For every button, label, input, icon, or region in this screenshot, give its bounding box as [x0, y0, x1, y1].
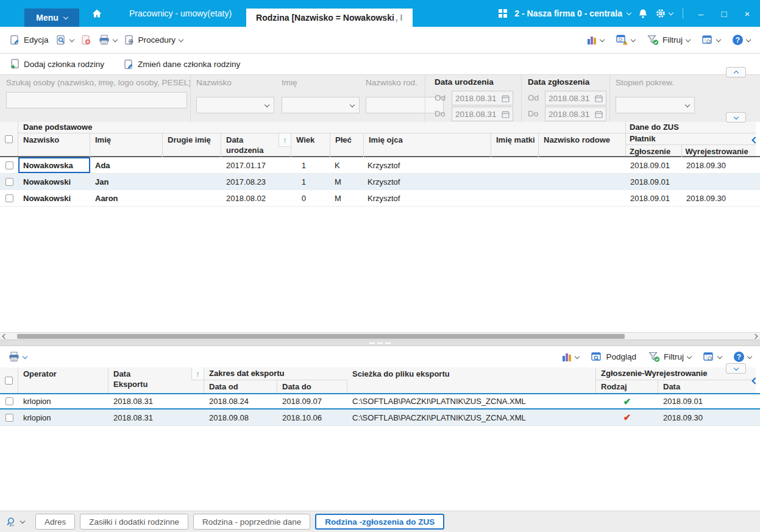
company-selector[interactable]: 2 - Nasza firma 0 - centrala: [514, 9, 631, 18]
apps-grid-icon[interactable]: [499, 9, 507, 18]
column-header-firstname[interactable]: Imię: [90, 133, 163, 157]
column-header-sex[interactable]: Płeć: [330, 133, 364, 157]
funnel-check-icon: [647, 35, 659, 45]
scrollbar-thumb[interactable]: [17, 334, 625, 339]
window-gear-icon: [702, 35, 713, 45]
notifications-bell-icon[interactable]: [638, 9, 648, 19]
table-row[interactable]: Nowakowski Jan 2017.08.23 1 M Krzysztof …: [0, 174, 760, 190]
column-header-date-to[interactable]: Data do: [277, 380, 347, 393]
chart-button[interactable]: [583, 33, 608, 48]
pane-splitter[interactable]: [0, 339, 760, 346]
minimize-button[interactable]: –: [693, 9, 709, 19]
select-all-checkbox[interactable]: [5, 377, 13, 385]
column-header-maiden[interactable]: Nazwisko rodowe: [539, 133, 625, 157]
horizontal-scrollbar[interactable]: [0, 332, 760, 339]
tab-family-previous-data[interactable]: Rodzina - poprzednie dane: [193, 514, 310, 530]
cell-surname[interactable]: Nowakowska: [18, 157, 90, 173]
collapse-export-pane-button[interactable]: [726, 363, 746, 374]
report-to-date-field[interactable]: 2018.08.31: [545, 107, 606, 121]
column-header-middlename[interactable]: Drugie imię: [163, 133, 221, 157]
tab-employees[interactable]: Pracownicy - umowy(etaty): [115, 0, 246, 27]
column-header-operator[interactable]: Operator: [18, 367, 108, 393]
column-header-birthdate[interactable]: Data urodzenia ↑: [221, 133, 291, 157]
table-row[interactable]: Nowakowska Ada 2017.01.17 1 K Krzysztof …: [0, 157, 760, 174]
sort-ascending-button[interactable]: ↑: [191, 367, 204, 380]
tab-family-zus-registrations[interactable]: Rodzina -zgłoszenia do ZUS: [315, 514, 444, 530]
collapse-filter-up-button[interactable]: [726, 67, 746, 77]
cell-kind: ✔: [596, 394, 658, 408]
row-checkbox[interactable]: [5, 161, 13, 169]
column-header-date[interactable]: Data: [658, 380, 756, 393]
edit-button[interactable]: Edycja: [6, 32, 52, 48]
locate-button[interactable]: [5, 516, 26, 528]
sort-ascending-button[interactable]: ↑: [279, 133, 291, 147]
window-settings-warning-button[interactable]: [613, 32, 639, 48]
magnifier-grid-icon: [6, 517, 17, 527]
kinship-filter-select[interactable]: [616, 97, 695, 113]
chevron-down-icon: [747, 353, 752, 358]
row-checkbox[interactable]: [5, 194, 13, 202]
table-row[interactable]: Nowakowski Aaron 2018.08.02 0 M Krzyszto…: [0, 190, 760, 207]
birth-to-label: Do: [435, 109, 445, 118]
table-row[interactable]: krlopion 2018.08.31 2018.08.24 2018.09.0…: [0, 393, 760, 410]
scrollbar-right-arrow[interactable]: [753, 334, 758, 339]
chevron-down-icon: [669, 10, 673, 15]
column-header-father[interactable]: Imię ojca: [364, 133, 491, 157]
title-bar: Menu Pracownicy - umowy(etaty) Rodzina […: [0, 0, 760, 27]
settings-button[interactable]: [655, 8, 673, 19]
export-print-button[interactable]: [5, 349, 30, 364]
scroll-left-panel-button[interactable]: [753, 376, 758, 385]
export-grid-settings-button[interactable]: [700, 350, 725, 364]
birth-from-date-field[interactable]: 2018.08.31: [452, 91, 513, 105]
row-checkbox[interactable]: [5, 178, 13, 186]
filter-button[interactable]: Filtruj: [644, 32, 694, 48]
menu-button[interactable]: Menu: [24, 9, 79, 27]
tab-address[interactable]: Adres: [35, 514, 75, 530]
grid-settings-button[interactable]: [698, 33, 724, 48]
row-checkbox[interactable]: [5, 397, 13, 405]
edit-family-member-button[interactable]: Zmień dane członka rodziny: [120, 57, 244, 72]
delete-document-button[interactable]: [77, 32, 95, 48]
firstname-filter-select[interactable]: [282, 97, 360, 113]
tab-benefits[interactable]: Zasiłki i dodatki rodzinne: [80, 514, 188, 530]
surname-filter-select[interactable]: [196, 97, 274, 113]
cell-operator: krlopion: [18, 410, 108, 425]
column-header-deregistration[interactable]: Wyrejestrowanie: [682, 145, 756, 157]
select-all-checkbox[interactable]: [5, 135, 13, 143]
collapse-filter-down-button[interactable]: [726, 112, 746, 122]
table-row[interactable]: krlopion 2018.08.31 2018.09.08 2018.10.0…: [0, 410, 760, 426]
row-checkbox[interactable]: [5, 414, 13, 422]
maiden-name-filter-input[interactable]: [366, 97, 444, 113]
scroll-left-panel-button[interactable]: [753, 135, 758, 144]
help-button[interactable]: ?: [729, 32, 754, 48]
column-header-registration[interactable]: Zgłoszenie: [626, 145, 682, 157]
column-header-kind[interactable]: Rodzaj: [596, 380, 658, 393]
column-header-path[interactable]: Scieżka do pliku eksportu: [347, 367, 596, 393]
procedures-button[interactable]: Procedury: [121, 32, 187, 48]
cell-maiden: [539, 157, 625, 173]
birth-to-date-field[interactable]: 2018.08.31: [452, 107, 513, 121]
column-header-age[interactable]: Wiek: [291, 133, 330, 157]
maximize-button[interactable]: □: [716, 9, 732, 19]
export-filter-button[interactable]: Filtruj: [645, 349, 695, 364]
export-help-button[interactable]: ?: [730, 349, 755, 364]
report-from-date-field[interactable]: 2018.08.31: [545, 91, 606, 105]
home-button[interactable]: [79, 0, 115, 27]
print-button[interactable]: [95, 32, 121, 48]
column-header-surname[interactable]: Nazwisko: [18, 133, 90, 157]
search-person-input[interactable]: [6, 92, 187, 108]
export-chart-button[interactable]: [558, 350, 583, 364]
tab-family[interactable]: Rodzina [Nazwisko = Nowakowski , I: [246, 9, 412, 27]
column-header-mother[interactable]: Imię matki: [491, 133, 539, 157]
report-from-label: Od: [528, 93, 539, 102]
preview-button[interactable]: Podgląd: [588, 350, 640, 364]
column-header-date-from[interactable]: Data od: [204, 380, 277, 393]
cell-birthdate: 2018.08.02: [221, 190, 291, 206]
column-header-export-date[interactable]: Data Eksportu ↑: [108, 367, 204, 393]
close-button[interactable]: ×: [739, 9, 755, 19]
search-document-button[interactable]: [52, 32, 77, 48]
calendar-icon: [502, 110, 510, 118]
scrollbar-left-arrow[interactable]: [2, 334, 7, 339]
add-family-member-button[interactable]: Dodaj członka rodziny: [6, 56, 108, 72]
sort-ascending-icon: ↑: [283, 135, 287, 145]
